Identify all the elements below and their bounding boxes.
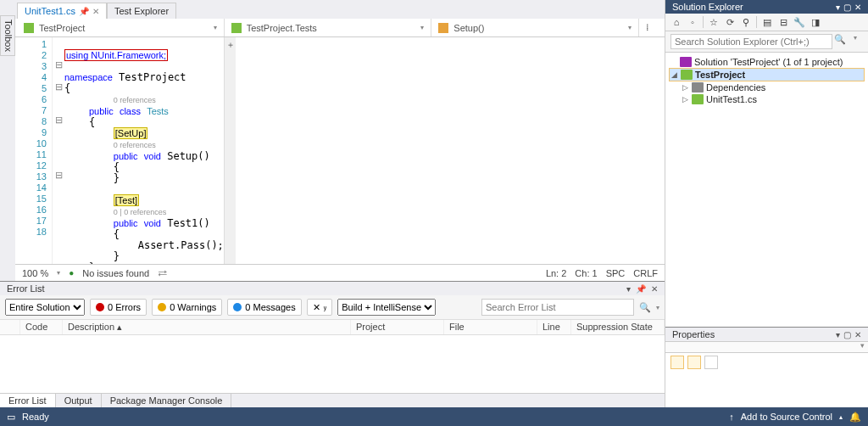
crumb-namespace[interactable]: TestProject.Tests ▾ bbox=[225, 19, 432, 36]
chevron-down-icon[interactable]: ▾ bbox=[420, 24, 424, 31]
issues-text: No issues found bbox=[82, 268, 149, 278]
solution-icon bbox=[680, 57, 692, 67]
zoom-dropdown-icon[interactable]: ▾ bbox=[57, 269, 60, 277]
properties-grid[interactable] bbox=[665, 372, 868, 407]
properties-title: Properties ▾ ▢ ✕ bbox=[665, 328, 868, 341]
spaces-indicator[interactable]: SPC bbox=[606, 268, 626, 278]
pin-icon[interactable]: 📌 bbox=[79, 7, 89, 16]
breadcrumb: TestProject ▾ TestProject.Tests ▾ Setup(… bbox=[0, 19, 665, 37]
alphabetical-icon[interactable] bbox=[687, 356, 701, 369]
tree-label: UnitTest1.cs bbox=[706, 94, 757, 104]
pin-icon[interactable]: 📌 bbox=[636, 284, 646, 294]
line-indicator: Ln: 2 bbox=[546, 268, 566, 278]
status-ready: Ready bbox=[22, 412, 49, 422]
collapse-icon[interactable]: ⊟ bbox=[777, 16, 789, 28]
notifications-icon[interactable]: 🔔 bbox=[849, 412, 861, 423]
outline-column[interactable]: ⊟⊟⊟⊟ bbox=[53, 37, 64, 264]
crumb-project[interactable]: TestProject ▾ bbox=[17, 19, 225, 36]
search-dropdown-icon[interactable]: ▾ bbox=[848, 34, 863, 49]
errors-filter[interactable]: 0 Errors bbox=[90, 299, 147, 316]
lineending-indicator[interactable]: CRLF bbox=[633, 268, 658, 278]
col-line[interactable]: Line bbox=[537, 320, 571, 334]
search-icon[interactable]: 🔍 bbox=[832, 34, 848, 49]
dependencies-icon bbox=[692, 82, 704, 92]
maximize-icon[interactable]: ▢ bbox=[843, 3, 851, 12]
properties-object-select[interactable] bbox=[665, 341, 868, 353]
col-description[interactable]: Description ▴ bbox=[63, 320, 351, 334]
col-code[interactable]: Code bbox=[20, 320, 63, 334]
maximize-icon[interactable]: ▢ bbox=[843, 330, 851, 339]
tree-file-unittest1[interactable]: ▷ UnitTest1.cs bbox=[669, 93, 865, 105]
chevron-up-icon[interactable]: ▴ bbox=[839, 413, 843, 421]
warnings-filter[interactable]: 0 Warnings bbox=[152, 299, 222, 316]
tab-unittest1[interactable]: UnitTest1.cs 📌 ✕ bbox=[17, 3, 107, 19]
char-indicator: Ch: 1 bbox=[575, 268, 597, 278]
chevron-down-icon[interactable]: ▾ bbox=[628, 24, 632, 31]
solution-explorer-toolbar: ⌂ ◦ ☆ ⟳ ⚲ ▤ ⊟ 🔧 ◨ bbox=[665, 14, 868, 31]
add-source-control[interactable]: Add to Source Control bbox=[741, 412, 832, 422]
document-tabs: UnitTest1.cs 📌 ✕ Test Explorer bbox=[0, 0, 665, 19]
home-icon[interactable]: ⌂ bbox=[670, 16, 682, 28]
chevron-down-icon[interactable]: ▾ bbox=[214, 24, 217, 31]
tree-label: Solution 'TestProject' (1 of 1 project) bbox=[694, 57, 843, 67]
toolbox-tab[interactable]: Toolbox bbox=[0, 15, 15, 56]
plus-icon[interactable]: ＋ bbox=[226, 39, 235, 51]
clear-filter[interactable]: ✕y bbox=[307, 299, 333, 316]
error-table-header: Code Description ▴ Project File Line Sup… bbox=[0, 320, 665, 335]
tab-label: UnitTest1.cs bbox=[25, 6, 75, 16]
back-icon[interactable]: ◦ bbox=[687, 16, 698, 28]
scroll-overview[interactable]: ＋ bbox=[224, 37, 236, 264]
ok-icon: ● bbox=[69, 268, 74, 277]
nav-arrows[interactable]: ⮂ bbox=[158, 268, 167, 278]
scope-select[interactable]: Entire Solution bbox=[5, 299, 85, 316]
col-project[interactable]: Project bbox=[351, 320, 444, 334]
tab-error-list[interactable]: Error List bbox=[0, 394, 56, 407]
window-icon[interactable]: ▭ bbox=[7, 412, 15, 423]
tree-label: Dependencies bbox=[706, 82, 765, 92]
dropdown-icon[interactable]: ▾ bbox=[836, 3, 840, 12]
properties-panel: Properties ▾ ▢ ✕ bbox=[665, 327, 868, 407]
close-icon[interactable]: ✕ bbox=[92, 7, 99, 16]
sync-icon[interactable]: ⟳ bbox=[724, 16, 736, 28]
dropdown-icon[interactable]: ▾ bbox=[836, 330, 840, 339]
code-content[interactable]: using NUnit.Framework; namespace TestPro… bbox=[64, 37, 224, 264]
col-file[interactable]: File bbox=[444, 320, 537, 334]
tab-pmc[interactable]: Package Manager Console bbox=[102, 394, 232, 407]
search-dropdown-icon[interactable]: ▾ bbox=[656, 304, 659, 311]
split-button[interactable]: ⁞ bbox=[639, 19, 665, 36]
close-icon[interactable]: ✕ bbox=[854, 3, 861, 12]
col-suppression[interactable]: Suppression State bbox=[571, 320, 665, 334]
code-editor[interactable]: 1234 5678 9101112 13141516 1718 ⊟⊟⊟⊟ usi… bbox=[15, 37, 665, 264]
views-icon[interactable]: ☆ bbox=[708, 16, 720, 28]
preview-icon[interactable]: ◨ bbox=[810, 16, 821, 28]
error-list-toolbar: Entire Solution 0 Errors 0 Warnings 0 Me… bbox=[0, 295, 665, 320]
se-search-input[interactable] bbox=[670, 34, 832, 49]
tab-output[interactable]: Output bbox=[56, 394, 102, 407]
properties-icon[interactable]: 🔧 bbox=[793, 16, 805, 28]
build-source-select[interactable]: Build + IntelliSense bbox=[337, 299, 436, 316]
messages-filter[interactable]: 0 Messages bbox=[227, 299, 301, 316]
filter-icon[interactable]: ⚲ bbox=[740, 16, 752, 28]
search-icon[interactable]: 🔍 bbox=[639, 302, 651, 313]
tree-project[interactable]: ◢ TestProject bbox=[669, 68, 865, 81]
bottom-tabs: Error List Output Package Manager Consol… bbox=[0, 393, 665, 407]
crumb-label: TestProject bbox=[39, 23, 85, 33]
panel-title-text: Error List bbox=[7, 283, 45, 294]
solution-tree[interactable]: Solution 'TestProject' (1 of 1 project) … bbox=[665, 53, 868, 327]
close-icon[interactable]: ✕ bbox=[854, 330, 861, 339]
tab-test-explorer[interactable]: Test Explorer bbox=[107, 3, 176, 19]
wrench-icon[interactable] bbox=[704, 356, 718, 369]
tree-dependencies[interactable]: ▷ Dependencies bbox=[669, 81, 865, 93]
panel-title-text: Properties bbox=[672, 329, 715, 339]
zoom-level[interactable]: 100 % bbox=[22, 268, 48, 278]
crumb-member[interactable]: Setup() ▾ bbox=[431, 19, 639, 36]
show-all-icon[interactable]: ▤ bbox=[761, 16, 773, 28]
categorized-icon[interactable] bbox=[670, 356, 684, 369]
close-icon[interactable]: ✕ bbox=[651, 284, 658, 294]
error-search-input[interactable] bbox=[481, 299, 634, 316]
dropdown-icon[interactable]: ▾ bbox=[626, 284, 631, 294]
error-table-body bbox=[0, 335, 665, 393]
col-icon[interactable] bbox=[0, 320, 20, 334]
method-icon bbox=[438, 23, 448, 33]
tree-solution[interactable]: Solution 'TestProject' (1 of 1 project) bbox=[669, 56, 865, 68]
